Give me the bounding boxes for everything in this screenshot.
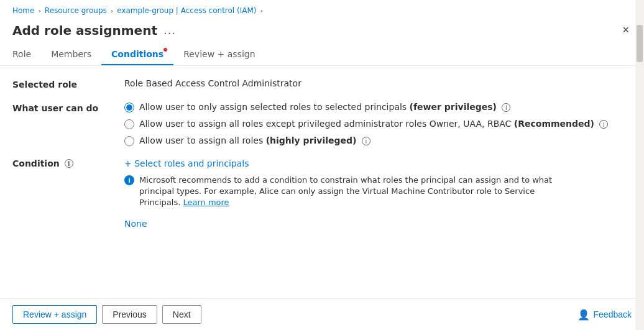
selected-role-label: Selected role [12, 78, 124, 89]
scrollbar-thumb[interactable] [637, 25, 643, 62]
panel-footer: Review + assign Previous Next 👤 Feedback [0, 298, 644, 330]
page-title: Add role assignment [12, 23, 157, 38]
radio-input-1[interactable] [124, 103, 134, 112]
radio-item-3[interactable]: Allow user to assign all roles (highly p… [124, 135, 608, 146]
learn-more-link[interactable]: Learn more [183, 198, 229, 207]
condition-label: Condition i [12, 158, 124, 168]
condition-content: + Select roles and principals i Microsof… [124, 158, 559, 209]
feedback-label: Feedback [594, 309, 632, 319]
breadcrumb-sep-2: › [111, 7, 113, 15]
tab-conditions[interactable]: Conditions [101, 44, 173, 65]
panel-title-row: Add role assignment ... [12, 23, 176, 38]
tab-review-assign[interactable]: Review + assign [173, 44, 265, 65]
what-user-label: What user can do [12, 102, 124, 113]
info-circle-icon: i [124, 175, 134, 185]
radio-item-1[interactable]: Allow user to only assign selected roles… [124, 102, 608, 112]
none-row: None [12, 219, 632, 229]
feedback-button[interactable]: 👤 Feedback [577, 309, 632, 321]
breadcrumb: Home › Resource groups › example-group |… [0, 0, 644, 19]
selected-role-row: Selected role Role Based Access Control … [12, 78, 632, 89]
radio-group: Allow user to only assign selected roles… [124, 102, 608, 146]
feedback-icon: 👤 [577, 309, 590, 321]
tabs-bar: Role Members Conditions Review + assign [0, 44, 644, 66]
info-icon-1[interactable]: i [502, 103, 510, 112]
tab-role[interactable]: Role [12, 44, 41, 65]
panel-header: Add role assignment ... × [0, 19, 644, 44]
radio-input-3[interactable] [124, 136, 134, 146]
more-icon[interactable]: ... [163, 24, 176, 37]
review-assign-button[interactable]: Review + assign [12, 305, 97, 324]
radio-input-2[interactable] [124, 119, 134, 129]
tab-members[interactable]: Members [41, 44, 101, 65]
previous-button[interactable]: Previous [102, 305, 157, 324]
radio-item-2[interactable]: Allow user to assign all roles except pr… [124, 119, 608, 129]
footer-left: Review + assign Previous Next [12, 305, 201, 324]
radio-label-3: Allow user to assign all roles (highly p… [139, 135, 370, 145]
breadcrumb-example-group[interactable]: example-group | Access control (IAM) [117, 6, 256, 15]
panel-content: Selected role Role Based Access Control … [0, 66, 644, 298]
selected-role-value: Role Based Access Control Administrator [124, 78, 301, 88]
add-condition-link[interactable]: + Select roles and principals [124, 158, 559, 168]
breadcrumb-resource-groups[interactable]: Resource groups [45, 6, 107, 15]
what-user-row: What user can do Allow user to only assi… [12, 102, 632, 146]
condition-info-icon[interactable]: i [65, 159, 73, 168]
info-icon-3[interactable]: i [362, 137, 370, 145]
breadcrumb-home[interactable]: Home [12, 6, 34, 15]
close-button[interactable]: × [620, 21, 632, 39]
info-message-text: Microsoft recommends to add a condition … [139, 175, 559, 209]
next-button[interactable]: Next [162, 305, 201, 324]
none-label: None [124, 219, 147, 229]
info-icon-2[interactable]: i [599, 120, 608, 129]
radio-label-2: Allow user to assign all roles except pr… [139, 119, 608, 129]
scrollbar-area [635, 0, 644, 330]
radio-label-1: Allow user to only assign selected roles… [139, 102, 510, 112]
info-box: i Microsoft recommends to add a conditio… [124, 175, 559, 209]
condition-row: Condition i + Select roles and principal… [12, 158, 632, 209]
conditions-dot [163, 48, 167, 52]
breadcrumb-sep-3: › [260, 7, 262, 15]
panel-container: Home › Resource groups › example-group |… [0, 0, 644, 330]
breadcrumb-sep-1: › [38, 7, 40, 15]
